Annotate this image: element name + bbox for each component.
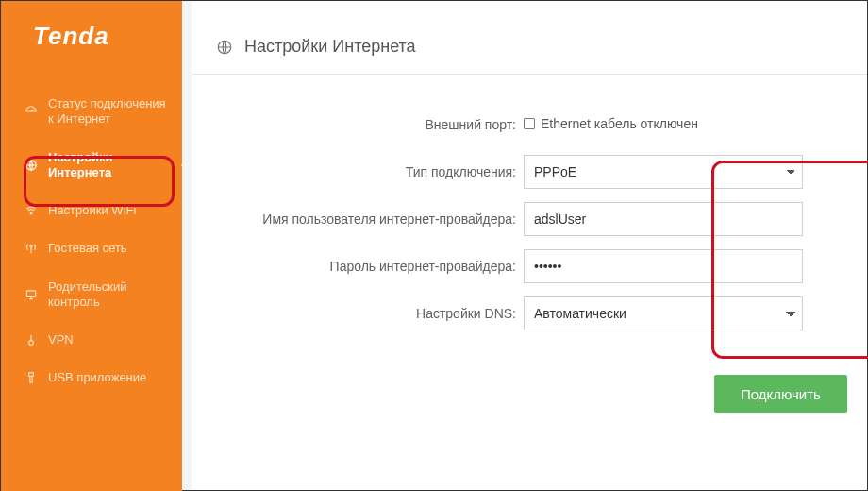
svg-rect-5 [29, 373, 34, 377]
label-isp-pass: Пароль интернет-провайдера: [192, 259, 524, 274]
sidebar: Tenda Статус подключения к Интернет Наст… [1, 1, 182, 491]
sidebar-item-parental[interactable]: Родительский контроль [1, 268, 182, 322]
row-external-port: Внешний порт: Ethernet кабель отключен [192, 101, 867, 148]
gauge-icon [24, 104, 39, 119]
page-title: Настройки Интернета [192, 1, 867, 74]
ethernet-status-text: Ethernet кабель отключен [541, 116, 698, 131]
sidebar-item-vpn[interactable]: VPN [1, 321, 182, 359]
connect-row: Подключить [192, 375, 867, 413]
row-dns: Настройки DNS: Автоматически [192, 290, 867, 337]
page-title-text: Настройки Интернета [244, 37, 416, 57]
content-area: Настройки Интернета Внешний порт: Ethern… [182, 1, 867, 490]
vpn-icon [24, 332, 39, 347]
shield-icon [24, 287, 39, 302]
antenna-icon [24, 241, 39, 256]
svg-point-4 [29, 341, 34, 346]
sidebar-nav: Статус подключения к Интернет Настройки … [1, 85, 182, 398]
label-dns: Настройки DNS: [192, 306, 524, 321]
dns-select[interactable]: Автоматически [524, 296, 803, 330]
sidebar-item-label: VPN [48, 332, 74, 347]
brand-logo: Tenda [1, 1, 182, 60]
sidebar-item-guest[interactable]: Гостевая сеть [1, 229, 182, 267]
sidebar-item-status[interactable]: Статус подключения к Интернет [1, 85, 182, 139]
sidebar-item-wifi[interactable]: Настройки WiFi [1, 192, 182, 229]
internet-settings-form: Внешний порт: Ethernet кабель отключен Т… [192, 75, 867, 337]
sidebar-item-usb[interactable]: USB приложение [1, 359, 182, 397]
row-isp-pass: Пароль интернет-провайдера: [192, 243, 867, 290]
ethernet-box-icon [524, 118, 535, 129]
content-sheet: Настройки Интернета Внешний порт: Ethern… [192, 1, 867, 490]
globe-icon [216, 39, 233, 56]
isp-pass-input[interactable] [524, 249, 803, 283]
sidebar-item-label: Настройки WiFi [48, 203, 136, 218]
ethernet-status: Ethernet кабель отключен [524, 116, 698, 131]
svg-point-1 [30, 212, 32, 214]
sidebar-item-label: Родительский контроль [48, 279, 173, 311]
sidebar-item-label: Настройки Интернета [48, 150, 173, 181]
conn-type-select[interactable]: PPPoE [524, 155, 803, 189]
label-isp-user: Имя пользователя интернет-провайдера: [192, 212, 524, 227]
row-conn-type: Тип подключения: PPPoE [192, 148, 867, 195]
label-external-port: Внешний порт: [192, 117, 524, 132]
svg-point-2 [30, 246, 32, 247]
app-frame: Tenda Статус подключения к Интернет Наст… [0, 0, 868, 491]
wifi-icon [24, 203, 39, 218]
sidebar-item-internet[interactable]: Настройки Интернета [1, 139, 182, 193]
label-conn-type: Тип подключения: [192, 164, 524, 179]
sidebar-item-label: Гостевая сеть [48, 241, 127, 256]
globe-icon [24, 158, 39, 173]
svg-rect-3 [26, 291, 35, 296]
isp-user-input[interactable] [524, 202, 803, 236]
sidebar-item-label: USB приложение [48, 370, 146, 385]
sidebar-item-label: Статус подключения к Интернет [48, 96, 173, 127]
row-isp-user: Имя пользователя интернет-провайдера: [192, 195, 867, 243]
usb-icon [24, 370, 39, 385]
connect-button[interactable]: Подключить [714, 375, 847, 413]
